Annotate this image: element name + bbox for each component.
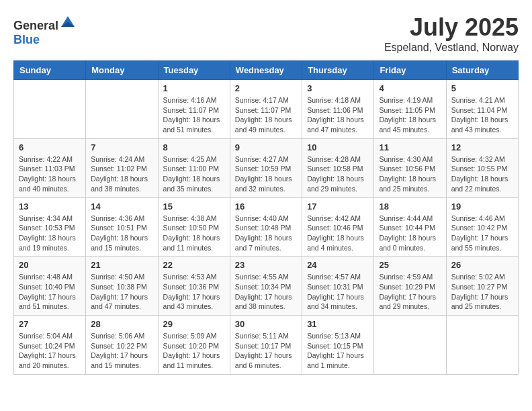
daylight-text: Daylight: 18 hours and 7 minutes. [235, 234, 292, 252]
page-header: General Blue July 2025 Espeland, Vestlan… [13, 13, 519, 54]
day-info: Sunrise: 4:28 AM Sunset: 10:58 PM Daylig… [307, 154, 369, 194]
calendar-cell [374, 316, 446, 375]
daylight-text: Daylight: 18 hours and 35 minutes. [163, 175, 220, 193]
daylight-text: Daylight: 18 hours and 49 minutes. [235, 116, 292, 134]
sunrise-text: Sunrise: 4:44 AM [379, 214, 433, 222]
sunrise-text: Sunrise: 4:59 AM [379, 273, 433, 281]
location-title: Espeland, Vestland, Norway [384, 42, 519, 54]
calendar-cell: 15 Sunrise: 4:38 AM Sunset: 10:50 PM Day… [158, 197, 230, 257]
calendar-cell: 1 Sunrise: 4:16 AM Sunset: 11:07 PM Dayl… [158, 80, 230, 139]
logo-wordmark: General Blue [13, 13, 76, 47]
day-number: 11 [379, 142, 441, 152]
daylight-text: Daylight: 17 hours and 11 minutes. [163, 351, 220, 369]
calendar-week-row: 27 Sunrise: 5:04 AM Sunset: 10:24 PM Day… [14, 316, 519, 375]
day-number: 30 [235, 319, 297, 329]
day-info: Sunrise: 4:17 AM Sunset: 11:07 PM Daylig… [235, 95, 297, 135]
daylight-text: Daylight: 18 hours and 45 minutes. [379, 116, 436, 134]
sunrise-text: Sunrise: 4:30 AM [379, 155, 433, 163]
sunrise-text: Sunrise: 5:13 AM [307, 332, 361, 340]
sunrise-text: Sunrise: 4:53 AM [163, 273, 217, 281]
day-number: 29 [163, 319, 225, 329]
day-info: Sunrise: 4:48 AM Sunset: 10:40 PM Daylig… [19, 272, 81, 312]
sunset-text: Sunset: 10:29 PM [379, 283, 435, 291]
sunset-text: Sunset: 11:03 PM [19, 165, 75, 173]
calendar-cell: 27 Sunrise: 5:04 AM Sunset: 10:24 PM Day… [14, 316, 86, 375]
calendar-cell: 6 Sunrise: 4:22 AM Sunset: 11:03 PM Dayl… [14, 138, 86, 197]
day-number: 1 [163, 83, 225, 93]
sunrise-text: Sunrise: 5:06 AM [91, 332, 144, 340]
sunset-text: Sunset: 10:38 PM [91, 283, 146, 291]
day-info: Sunrise: 4:32 AM Sunset: 10:55 PM Daylig… [451, 154, 513, 194]
sunset-text: Sunset: 10:31 PM [307, 283, 363, 291]
sunset-text: Sunset: 10:48 PM [235, 224, 291, 232]
sunrise-text: Sunrise: 4:19 AM [379, 96, 433, 104]
sunset-text: Sunset: 10:59 PM [235, 165, 291, 173]
calendar-cell: 26 Sunrise: 5:02 AM Sunset: 10:27 PM Day… [446, 257, 518, 316]
weekday-header-saturday: Saturday [446, 61, 518, 80]
day-info: Sunrise: 4:25 AM Sunset: 11:00 PM Daylig… [163, 154, 225, 194]
daylight-text: Daylight: 18 hours and 51 minutes. [163, 116, 220, 134]
daylight-text: Daylight: 18 hours and 43 minutes. [451, 116, 508, 134]
day-number: 31 [307, 319, 369, 329]
sunset-text: Sunset: 10:15 PM [307, 342, 363, 350]
day-info: Sunrise: 4:53 AM Sunset: 10:36 PM Daylig… [163, 272, 225, 312]
day-info: Sunrise: 4:24 AM Sunset: 11:02 PM Daylig… [91, 154, 152, 194]
sunset-text: Sunset: 10:51 PM [91, 224, 146, 232]
day-info: Sunrise: 4:38 AM Sunset: 10:50 PM Daylig… [163, 214, 225, 253]
day-number: 6 [19, 142, 81, 152]
sunset-text: Sunset: 11:04 PM [451, 106, 507, 114]
sunset-text: Sunset: 10:34 PM [235, 283, 291, 291]
daylight-text: Daylight: 17 hours and 38 minutes. [235, 293, 292, 311]
day-number: 22 [163, 260, 225, 270]
daylight-text: Daylight: 18 hours and 19 minutes. [19, 234, 76, 252]
logo-icon [60, 13, 76, 30]
sunrise-text: Sunrise: 5:09 AM [163, 332, 217, 340]
sunrise-text: Sunrise: 4:38 AM [163, 214, 217, 222]
sunrise-text: Sunrise: 4:48 AM [19, 273, 73, 281]
day-info: Sunrise: 5:06 AM Sunset: 10:22 PM Daylig… [91, 331, 152, 371]
sunrise-text: Sunrise: 4:28 AM [307, 155, 361, 163]
calendar-cell: 19 Sunrise: 4:46 AM Sunset: 10:42 PM Day… [446, 197, 518, 257]
daylight-text: Daylight: 18 hours and 25 minutes. [379, 175, 436, 193]
calendar-cell: 30 Sunrise: 5:11 AM Sunset: 10:17 PM Day… [230, 316, 302, 375]
sunset-text: Sunset: 10:56 PM [379, 165, 435, 173]
sunrise-text: Sunrise: 5:02 AM [451, 273, 505, 281]
calendar-cell: 25 Sunrise: 4:59 AM Sunset: 10:29 PM Day… [374, 257, 446, 316]
month-title: July 2025 [384, 13, 519, 42]
sunrise-text: Sunrise: 4:50 AM [91, 273, 144, 281]
daylight-text: Daylight: 17 hours and 25 minutes. [451, 293, 508, 311]
day-number: 15 [163, 201, 225, 212]
calendar-cell: 8 Sunrise: 4:25 AM Sunset: 11:00 PM Dayl… [158, 138, 230, 197]
sunrise-text: Sunrise: 4:57 AM [307, 273, 361, 281]
weekday-header-sunday: Sunday [14, 61, 86, 80]
calendar-cell: 4 Sunrise: 4:19 AM Sunset: 11:05 PM Dayl… [374, 80, 446, 139]
sunset-text: Sunset: 10:46 PM [307, 224, 363, 232]
day-info: Sunrise: 4:27 AM Sunset: 10:59 PM Daylig… [235, 154, 297, 194]
calendar-cell: 2 Sunrise: 4:17 AM Sunset: 11:07 PM Dayl… [230, 80, 302, 139]
sunrise-text: Sunrise: 4:42 AM [307, 214, 361, 222]
sunrise-text: Sunrise: 4:24 AM [91, 155, 144, 163]
weekday-header-thursday: Thursday [302, 61, 374, 80]
daylight-text: Daylight: 18 hours and 38 minutes. [91, 175, 148, 193]
daylight-text: Daylight: 17 hours and 47 minutes. [91, 293, 148, 311]
daylight-text: Daylight: 18 hours and 0 minutes. [379, 234, 436, 252]
sunset-text: Sunset: 11:02 PM [91, 165, 146, 173]
sunrise-text: Sunrise: 4:34 AM [19, 214, 73, 222]
daylight-text: Daylight: 18 hours and 29 minutes. [307, 175, 364, 193]
daylight-text: Daylight: 18 hours and 11 minutes. [163, 234, 220, 252]
sunrise-text: Sunrise: 4:46 AM [451, 214, 505, 222]
calendar-week-row: 20 Sunrise: 4:48 AM Sunset: 10:40 PM Day… [14, 257, 519, 316]
sunset-text: Sunset: 10:22 PM [91, 342, 146, 350]
calendar-cell: 18 Sunrise: 4:44 AM Sunset: 10:44 PM Day… [374, 197, 446, 257]
sunset-text: Sunset: 10:17 PM [235, 342, 291, 350]
day-number: 10 [307, 142, 369, 152]
sunset-text: Sunset: 11:07 PM [235, 106, 291, 114]
day-number: 14 [91, 201, 152, 212]
sunrise-text: Sunrise: 4:55 AM [235, 273, 289, 281]
calendar-cell: 5 Sunrise: 4:21 AM Sunset: 11:04 PM Dayl… [446, 80, 518, 139]
logo: General Blue [13, 13, 76, 47]
day-number: 4 [379, 83, 441, 93]
sunrise-text: Sunrise: 4:22 AM [19, 155, 73, 163]
day-number: 13 [19, 201, 81, 212]
day-info: Sunrise: 4:34 AM Sunset: 10:53 PM Daylig… [19, 214, 81, 253]
